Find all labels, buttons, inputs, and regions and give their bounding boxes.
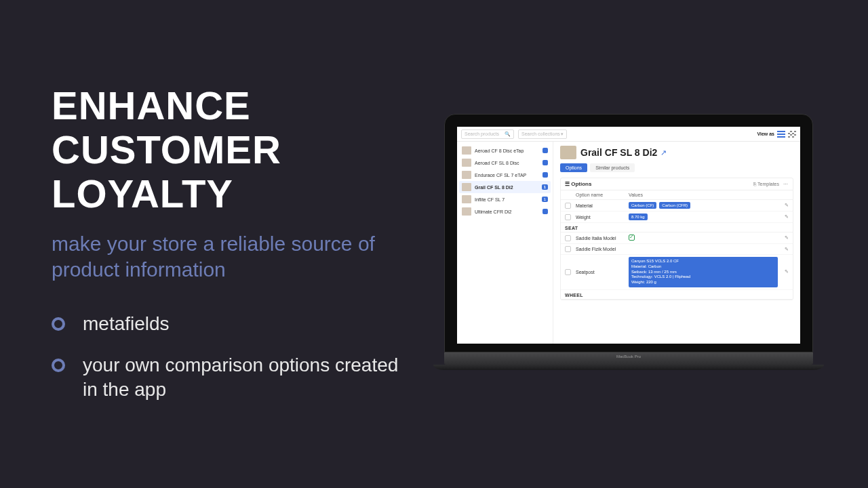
search-placeholder: Search collections xyxy=(521,130,560,138)
templates-link[interactable]: ⎘ Templates xyxy=(753,182,779,186)
check-chip[interactable] xyxy=(629,235,635,241)
panel-header: ☰ Options ⎘ Templates ⋯ xyxy=(561,178,793,190)
product-title: Grail CF SL 8 Di2 xyxy=(580,147,657,158)
search-icon: 🔍 xyxy=(505,130,511,138)
checkbox[interactable] xyxy=(565,214,571,220)
product-thumb xyxy=(462,195,471,203)
product-row[interactable]: Endurace CF SL 7 eTAP xyxy=(459,169,551,181)
view-as-label: View as xyxy=(757,131,774,136)
edit-icon[interactable]: ✎ xyxy=(785,203,789,207)
option-values: Carbon (CF) Carbon (CFR) xyxy=(629,202,778,209)
laptop-base xyxy=(444,352,813,365)
edit-icon[interactable]: ✎ xyxy=(785,214,789,219)
edit-icon[interactable]: ✎ xyxy=(785,235,789,240)
bullet-icon xyxy=(52,359,65,372)
product-thumb xyxy=(462,183,471,191)
subhead: make your store a reliable source of pro… xyxy=(52,231,404,283)
product-name: Inflite CF SL 7 xyxy=(475,197,542,202)
product-badge xyxy=(542,209,548,214)
more-icon[interactable]: ⋯ xyxy=(783,182,789,187)
value-chip[interactable]: Carbon (CF) xyxy=(629,202,656,209)
product-name: Aeroad CF 8 Disc eTap xyxy=(475,148,542,153)
product-thumb xyxy=(462,171,471,179)
option-name: Seatpost xyxy=(576,270,629,274)
bullet-list: metafields your own comparison options c… xyxy=(52,312,404,402)
product-badge xyxy=(542,172,548,178)
product-badge xyxy=(542,148,548,153)
col-values: Values xyxy=(629,192,778,197)
option-name: Weight xyxy=(576,215,629,220)
product-badge: 1 xyxy=(542,197,548,202)
product-name: Ultimate CFR Di2 xyxy=(475,209,542,214)
section-heading: SEAT xyxy=(561,223,793,232)
product-thumb xyxy=(462,207,471,216)
checkbox[interactable] xyxy=(565,203,571,209)
bullet-item: metafields xyxy=(52,312,404,336)
app-screen: Search products 🔍 Search collections ▾ V… xyxy=(457,127,800,344)
edit-icon[interactable]: ✎ xyxy=(785,247,789,251)
product-badge xyxy=(542,160,548,165)
product-name: Endurace CF SL 7 eTAP xyxy=(475,173,542,178)
edit-icon[interactable]: ✎ xyxy=(785,269,789,274)
product-row-selected[interactable]: Grail CF SL 8 Di21 xyxy=(459,181,551,193)
options-panel: ☰ Options ⎘ Templates ⋯ Option name Valu… xyxy=(560,178,793,300)
main-panel: Grail CF SL 8 Di2 ↗ Options Similar prod… xyxy=(553,142,800,344)
option-name: Saddle Fizik Model xyxy=(576,247,629,251)
external-link-icon[interactable]: ↗ xyxy=(660,148,667,157)
value-chip-large[interactable]: Canyon S15 VCLS 2.0 CF Material: Carbon … xyxy=(629,257,778,287)
option-name: Saddle Italia Model xyxy=(576,236,629,241)
product-name: Aeroad CF SL 8 Disc xyxy=(475,161,542,165)
col-option-name: Option name xyxy=(576,192,629,197)
value-chip[interactable]: Carbon (CFR) xyxy=(659,202,690,209)
option-row: Saddle Fizik Model ✎ xyxy=(561,244,793,255)
bullet-item: your own comparison options created in t… xyxy=(52,353,404,402)
product-name: Grail CF SL 8 Di2 xyxy=(475,185,542,190)
checkbox[interactable] xyxy=(565,269,571,275)
option-name: Material xyxy=(576,203,629,208)
tab-similar[interactable]: Similar products xyxy=(590,163,635,172)
bullet-text: your own comparison options created in t… xyxy=(83,353,404,402)
value-chip[interactable]: 8.70 kg xyxy=(629,214,648,220)
tabs: Options Similar products xyxy=(560,163,793,172)
grid-view-icon[interactable] xyxy=(788,131,796,138)
panel-title: ☰ Options xyxy=(565,181,591,187)
tab-options[interactable]: Options xyxy=(560,163,587,172)
product-row[interactable]: Ultimate CFR Di2 xyxy=(459,205,551,218)
section-heading: WHEEL xyxy=(561,290,793,300)
product-list: Aeroad CF 8 Disc eTap Aeroad CF SL 8 Dis… xyxy=(457,142,553,344)
product-thumb xyxy=(462,146,471,155)
view-as: View as xyxy=(757,131,796,138)
search-products[interactable]: Search products 🔍 xyxy=(461,129,514,139)
bullet-text: metafields xyxy=(83,312,170,336)
list-view-icon[interactable] xyxy=(777,131,785,138)
search-collections[interactable]: Search collections ▾ xyxy=(518,129,567,139)
options-header: Option name Values xyxy=(561,190,793,200)
option-row: Saddle Italia Model ✎ xyxy=(561,232,793,244)
product-row[interactable]: Aeroad CF 8 Disc eTap xyxy=(459,144,551,157)
checkbox[interactable] xyxy=(565,246,571,252)
laptop-mockup: Search products 🔍 Search collections ▾ V… xyxy=(444,114,813,370)
headline: ENHANCE CUSTOMER LOYALTY xyxy=(52,84,404,216)
checkbox[interactable] xyxy=(565,235,571,241)
option-row: Material Carbon (CF) Carbon (CFR) ✎ xyxy=(561,200,793,211)
search-placeholder: Search products xyxy=(465,130,499,138)
product-title-row: Grail CF SL 8 Di2 ↗ xyxy=(560,146,793,159)
product-row[interactable]: Inflite CF SL 71 xyxy=(459,193,551,205)
product-thumb xyxy=(462,159,471,167)
marketing-panel: ENHANCE CUSTOMER LOYALTY make your store… xyxy=(52,84,404,420)
product-row[interactable]: Aeroad CF SL 8 Disc xyxy=(459,157,551,169)
chevron-down-icon: ▾ xyxy=(561,130,564,138)
laptop-foot xyxy=(433,365,824,370)
top-bar: Search products 🔍 Search collections ▾ V… xyxy=(457,127,800,142)
product-badge: 1 xyxy=(542,184,548,190)
option-row: Weight 8.70 kg ✎ xyxy=(561,211,793,223)
product-hero-thumb xyxy=(560,146,576,159)
option-row: Seatpost Canyon S15 VCLS 2.0 CF Material… xyxy=(561,255,793,290)
bullet-icon xyxy=(52,317,65,331)
